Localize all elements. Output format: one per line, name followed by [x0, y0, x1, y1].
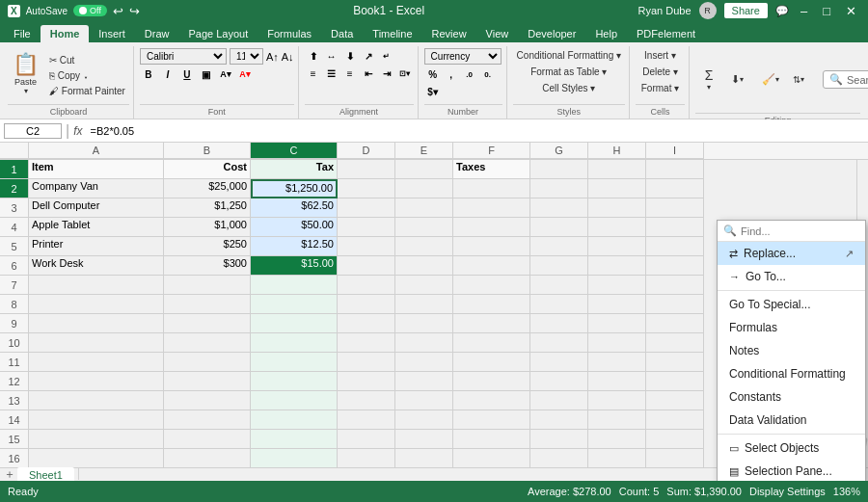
cell-i1[interactable] [646, 160, 704, 179]
row-num-1[interactable]: 1 [0, 160, 28, 179]
align-top-button[interactable]: ⬆ [305, 48, 322, 64]
align-bottom-button[interactable]: ⬇ [341, 48, 359, 64]
tab-review[interactable]: Review [422, 25, 476, 42]
cell-g1[interactable] [530, 160, 588, 179]
tab-view[interactable]: View [476, 25, 519, 42]
tab-file[interactable]: File [4, 25, 41, 42]
autosave-toggle[interactable]: Off [73, 5, 107, 16]
redo-icon[interactable]: ↪ [129, 4, 140, 18]
row-num-14[interactable]: 14 [0, 410, 28, 430]
cell-g5[interactable] [530, 237, 588, 256]
cell-i2[interactable] [646, 179, 704, 198]
cell-a3[interactable]: Dell Computer [29, 198, 164, 218]
cell-d4[interactable] [338, 218, 395, 237]
decrease-font-icon[interactable]: A↓ [282, 51, 294, 63]
percent-button[interactable]: % [424, 66, 442, 82]
selection-pane-menu-item[interactable]: ▤ Selection Pane... [718, 460, 865, 481]
cell-c3[interactable]: $62.50 [251, 198, 338, 218]
name-box[interactable] [4, 123, 62, 139]
cell-d5[interactable] [338, 237, 395, 256]
col-header-g[interactable]: G [530, 143, 588, 159]
cell-h3[interactable] [588, 198, 646, 218]
font-color-button[interactable]: A▾ [236, 66, 254, 82]
add-sheet-button[interactable]: ＋ [4, 466, 15, 481]
conditional-formatting-button[interactable]: Conditional Formatting ▾ [513, 48, 625, 63]
number-format-select[interactable]: Currency [424, 48, 502, 65]
tab-home[interactable]: Home [41, 25, 90, 42]
col-header-b[interactable]: B [164, 143, 251, 159]
wrap-text-button[interactable]: ↵ [378, 48, 395, 64]
find-input[interactable] [741, 225, 847, 237]
cell-b7[interactable] [164, 276, 251, 295]
cell-h5[interactable] [588, 237, 646, 256]
row-num-8[interactable]: 8 [0, 295, 28, 314]
share-button[interactable]: Share [724, 3, 768, 18]
row-num-6[interactable]: 6 [0, 256, 28, 276]
goto-special-menu-item[interactable]: Go To Special... [718, 293, 865, 316]
cell-a5[interactable]: Printer [29, 237, 164, 256]
cell-f3[interactable] [453, 198, 530, 218]
cell-e7[interactable] [395, 276, 453, 295]
cell-e3[interactable] [395, 198, 453, 218]
cell-g3[interactable] [530, 198, 588, 218]
cell-a4[interactable]: Apple Tablet [29, 218, 164, 237]
data-validation-menu-item[interactable]: Data Validation [718, 409, 865, 432]
cell-f2[interactable] [453, 179, 530, 198]
bold-button[interactable]: B [140, 66, 157, 82]
formula-input[interactable] [87, 124, 865, 138]
increase-font-icon[interactable]: A↑ [266, 51, 279, 63]
cell-e2[interactable] [395, 179, 453, 198]
row-num-11[interactable]: 11 [0, 353, 28, 372]
format-as-table-button[interactable]: Format as Table ▾ [527, 65, 610, 79]
dollar-button[interactable]: $▾ [424, 84, 442, 99]
row-num-3[interactable]: 3 [0, 198, 28, 218]
row-num-5[interactable]: 5 [0, 237, 28, 256]
decrease-decimal-button[interactable]: .0 [461, 66, 478, 82]
row-num-13[interactable]: 13 [0, 391, 28, 410]
decrease-indent-button[interactable]: ⇤ [360, 66, 377, 81]
format-painter-button[interactable]: 🖌 Format Painter [45, 84, 129, 98]
row-num-16[interactable]: 16 [0, 449, 28, 467]
col-header-d[interactable]: D [338, 143, 395, 159]
cell-i6[interactable] [646, 256, 704, 276]
cell-f4[interactable] [453, 218, 530, 237]
border-button[interactable]: ▣ [198, 66, 215, 82]
comments-icon[interactable]: 💬 [775, 5, 789, 17]
tab-timeline[interactable]: Timeline [363, 25, 421, 42]
autosum-button[interactable]: Σ▾ [695, 65, 722, 94]
maximize-button[interactable]: □ [819, 4, 834, 18]
text-rotate-button[interactable]: ↗ [360, 48, 377, 64]
increase-indent-button[interactable]: ⇥ [378, 66, 395, 81]
col-header-f[interactable]: F [453, 143, 530, 159]
cell-c2[interactable]: $1,250.00 [251, 179, 338, 198]
insert-button[interactable]: Insert ▾ [640, 48, 680, 63]
cell-f6[interactable] [453, 256, 530, 276]
cell-h2[interactable] [588, 179, 646, 198]
cell-f5[interactable] [453, 237, 530, 256]
cell-i5[interactable] [646, 237, 704, 256]
align-center-button[interactable]: ☰ [323, 66, 340, 81]
sort-filter-button[interactable]: ⇅▾ [788, 71, 815, 88]
delete-button[interactable]: Delete ▾ [638, 65, 682, 79]
row-num-10[interactable]: 10 [0, 333, 28, 353]
italic-button[interactable]: I [159, 66, 176, 82]
cell-a1[interactable]: Item [29, 160, 164, 179]
tab-insert[interactable]: Insert [89, 25, 135, 42]
cell-h1[interactable] [588, 160, 646, 179]
cell-f7[interactable] [453, 276, 530, 295]
format-button[interactable]: Format ▾ [637, 81, 683, 95]
cell-b4[interactable]: $1,000 [164, 218, 251, 237]
cell-f1[interactable]: Taxes [453, 160, 530, 179]
cell-h4[interactable] [588, 218, 646, 237]
cell-c5[interactable]: $12.50 [251, 237, 338, 256]
row-num-12[interactable]: 12 [0, 372, 28, 391]
font-name-select[interactable]: Calibri [140, 48, 227, 65]
cell-styles-button[interactable]: Cell Styles ▾ [538, 81, 599, 95]
row-num-4[interactable]: 4 [0, 218, 28, 237]
cell-b5[interactable]: $250 [164, 237, 251, 256]
cell-b3[interactable]: $1,250 [164, 198, 251, 218]
cell-i3[interactable] [646, 198, 704, 218]
tab-data[interactable]: Data [321, 25, 363, 42]
sheet-tab[interactable]: Sheet1 [17, 467, 74, 482]
clear-button[interactable]: 🧹▾ [757, 70, 784, 89]
